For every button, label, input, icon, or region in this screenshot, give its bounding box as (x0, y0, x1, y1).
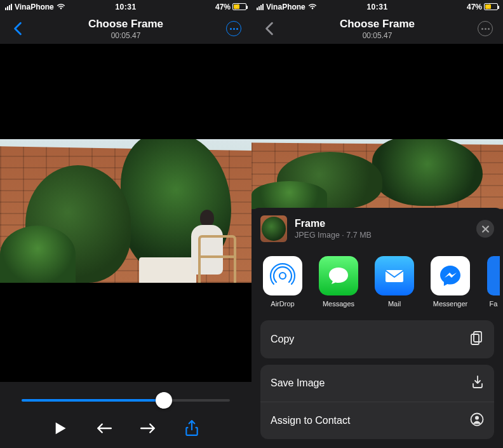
share-apps-row[interactable]: AirDrop Messages Mail (251, 248, 503, 311)
battery-indicator: 47% ⚡ (215, 3, 246, 11)
messenger-icon (431, 256, 470, 295)
share-sheet-close-button[interactable] (476, 220, 494, 238)
frame-timestamp: 00:05.47 (340, 31, 415, 40)
back-button[interactable] (9, 22, 27, 36)
back-button[interactable] (260, 22, 278, 36)
frame-preview-image (0, 139, 251, 283)
app-label: Fa (490, 300, 498, 308)
cell-signal-icon (5, 4, 12, 10)
video-letterbox-bottom (0, 283, 251, 382)
nav-bar: Choose Frame 00:05.47 (251, 13, 503, 44)
page-title: Choose Frame (340, 18, 415, 31)
cell-signal-icon (257, 4, 264, 10)
action-save-image[interactable]: Save Image (260, 365, 494, 402)
video-letterbox-top (251, 44, 503, 139)
screen-share-sheet: VinaPhone 10:31 47% ⚡ Choose Frame 00:05… (251, 0, 503, 448)
video-letterbox-top (0, 44, 251, 139)
action-assign-contact[interactable]: Assign to Contact (260, 402, 494, 439)
scrubber-thumb-icon (156, 392, 172, 409)
action-copy[interactable]: Copy (260, 320, 494, 358)
more-button[interactable] (476, 21, 494, 36)
svg-rect-2 (474, 332, 481, 342)
nav-bar: Choose Frame 00:05.47 (0, 13, 251, 44)
prev-frame-button[interactable] (93, 417, 115, 439)
messages-icon (319, 256, 358, 295)
download-icon (471, 375, 484, 391)
status-time: 10:31 (366, 3, 387, 11)
app-label: Messenger (433, 300, 467, 308)
share-button[interactable] (181, 417, 203, 439)
more-icon (478, 21, 493, 36)
share-item-subtitle: JPEG Image · 7.7 MB (295, 231, 469, 240)
carrier-label: VinaPhone (15, 3, 54, 11)
frame-preview-image (251, 139, 503, 209)
status-bar: VinaPhone 10:31 47% ⚡ (0, 0, 251, 13)
action-label: Copy (271, 334, 294, 345)
wifi-icon (57, 3, 65, 10)
share-app-messages[interactable]: Messages (316, 256, 361, 308)
battery-indicator: 47% ⚡ (467, 3, 498, 11)
next-frame-button[interactable] (137, 417, 159, 439)
app-label: AirDrop (271, 300, 294, 308)
page-title: Choose Frame (88, 18, 163, 31)
share-app-facebook[interactable]: Fa (484, 256, 503, 308)
svg-point-5 (475, 416, 479, 420)
airdrop-icon (263, 256, 302, 295)
copy-icon (470, 330, 484, 348)
share-app-mail[interactable]: Mail (372, 256, 417, 308)
more-icon (226, 21, 241, 36)
frame-scrubber[interactable] (13, 393, 239, 407)
app-label: Messages (323, 300, 354, 308)
share-app-messenger[interactable]: Messenger (428, 256, 473, 308)
frame-timestamp: 00:05.47 (88, 31, 163, 40)
share-actions-primary: Copy (260, 320, 494, 358)
share-item-thumbnail (260, 215, 287, 242)
carrier-label: VinaPhone (266, 3, 305, 11)
svg-point-0 (279, 273, 286, 279)
close-icon (481, 225, 490, 233)
contact-icon (470, 412, 484, 429)
share-actions-secondary: Save Image Assign to Contact (260, 365, 494, 439)
share-app-airdrop[interactable]: AirDrop (260, 256, 305, 308)
playback-controls (0, 382, 251, 448)
screen-choose-frame: VinaPhone 10:31 47% ⚡ Choose Frame 00:05… (0, 0, 251, 448)
mail-icon (375, 256, 414, 295)
play-button[interactable] (50, 417, 71, 439)
status-bar: VinaPhone 10:31 47% ⚡ (251, 0, 503, 13)
share-item-title: Frame (295, 218, 469, 229)
action-label: Assign to Contact (271, 415, 350, 426)
facebook-icon (487, 256, 500, 295)
app-label: Mail (388, 300, 401, 308)
battery-pct-label: 47% (467, 3, 482, 11)
more-button[interactable] (225, 21, 243, 36)
battery-icon: ⚡ (484, 3, 498, 10)
share-sheet-header: Frame JPEG Image · 7.7 MB (251, 208, 503, 248)
svg-rect-3 (471, 334, 479, 344)
action-label: Save Image (271, 377, 325, 389)
status-time: 10:31 (115, 3, 136, 11)
battery-pct-label: 47% (215, 3, 231, 11)
battery-icon: ⚡ (232, 3, 246, 10)
wifi-icon (308, 3, 317, 10)
share-sheet: Frame JPEG Image · 7.7 MB AirDrop (251, 208, 503, 448)
